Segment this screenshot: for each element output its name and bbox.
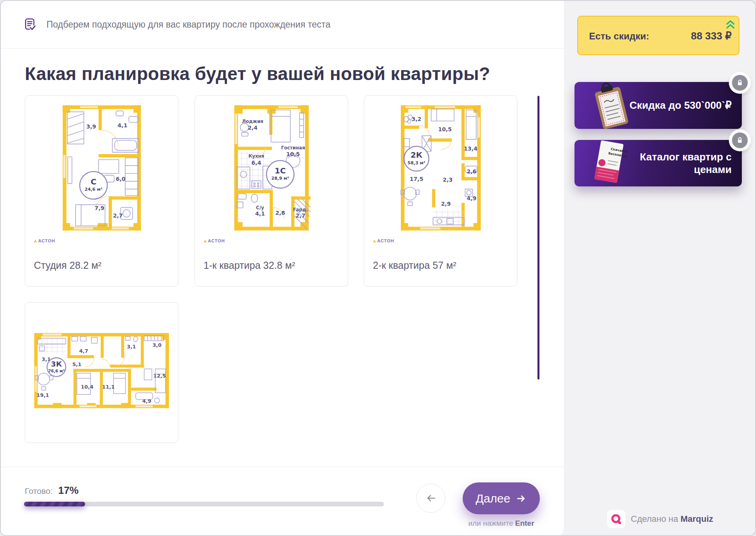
svg-text:2,6: 2,6 bbox=[467, 168, 476, 175]
svg-text:5,1: 5,1 bbox=[72, 361, 82, 367]
marquiz-logo-icon bbox=[607, 510, 625, 528]
developer-logo-aston: АСТОН bbox=[34, 238, 55, 243]
svg-text:1С: 1С bbox=[274, 166, 285, 175]
progress-label: Готово: bbox=[25, 486, 53, 496]
answer-label: 1-к квартира 32.8 м² bbox=[204, 260, 295, 271]
aston-mark-icon bbox=[34, 240, 37, 242]
made-on-prefix: Сделано на bbox=[631, 514, 678, 524]
svg-text:13,4: 13,4 bbox=[464, 145, 478, 152]
svg-text:4,1: 4,1 bbox=[117, 122, 127, 128]
catalog-art: Скачайте бесплатно bbox=[582, 138, 641, 188]
svg-text:4,1: 4,1 bbox=[255, 210, 265, 217]
svg-text:6,4: 6,4 bbox=[251, 160, 261, 166]
chevrons-up-icon bbox=[725, 20, 736, 31]
discount-label: Есть скидки: bbox=[589, 31, 649, 42]
svg-text:С: С bbox=[91, 177, 96, 186]
progress-line: Готово: 17% bbox=[25, 484, 79, 497]
enter-key-label: Enter bbox=[515, 519, 534, 527]
cards-scrollbar-thumb[interactable] bbox=[537, 96, 539, 380]
svg-text:2,3: 2,3 bbox=[443, 177, 452, 183]
floorplan-1k: Лоджия2,4 Гостиная10,5 Кухня6,4 С/у4,1 2… bbox=[199, 99, 344, 237]
svg-text:2,7: 2,7 bbox=[295, 212, 305, 219]
arrow-right-icon bbox=[516, 493, 527, 504]
svg-text:2К: 2К bbox=[410, 151, 422, 160]
answer-card-studio[interactable]: 3,9 4,1 6,0 7,9 2,7 С 24,6 м² АСТОН Студ… bbox=[25, 95, 178, 287]
quiz-header: Подберем подходящую для вас квартиру пос… bbox=[1, 1, 564, 48]
lock-icon bbox=[729, 129, 751, 151]
svg-text:С/у: С/у bbox=[256, 205, 264, 210]
svg-text:10,4: 10,4 bbox=[81, 383, 93, 389]
svg-text:Гард.: Гард. bbox=[293, 207, 308, 212]
svg-text:2,8: 2,8 bbox=[275, 210, 285, 216]
svg-text:58,3 м²: 58,3 м² bbox=[408, 160, 425, 166]
svg-text:3,0: 3,0 bbox=[152, 342, 161, 348]
progress-value: 17% bbox=[58, 484, 79, 497]
svg-text:3,9: 3,9 bbox=[86, 123, 96, 130]
svg-text:2,4: 2,4 bbox=[248, 125, 258, 131]
floorplan-studio: 3,9 4,1 6,0 7,9 2,7 С 24,6 м² bbox=[29, 99, 174, 237]
svg-text:3,2: 3,2 bbox=[411, 116, 421, 122]
svg-text:4,9: 4,9 bbox=[467, 195, 476, 201]
next-button-label: Далее bbox=[476, 492, 510, 505]
svg-text:17,5: 17,5 bbox=[410, 176, 423, 182]
svg-text:76,6 м²: 76,6 м² bbox=[48, 368, 65, 373]
bonus-banner-discount[interactable]: Скидка до 530`000`₽ bbox=[574, 82, 742, 129]
aston-mark-icon bbox=[204, 240, 207, 242]
made-on-brand: Marquiz bbox=[680, 514, 713, 524]
footer: Готово: 17% Далее или нажмитеEnter bbox=[1, 467, 564, 536]
svg-text:Кухня: Кухня bbox=[248, 153, 264, 159]
svg-text:12,5: 12,5 bbox=[153, 372, 166, 378]
lock-icon bbox=[729, 72, 751, 94]
svg-text:Лоджия: Лоджия bbox=[242, 119, 263, 124]
banner-title-line1: Каталог квартир с bbox=[640, 151, 732, 164]
progress-track bbox=[24, 502, 384, 506]
enter-hint: или нажмитеEnter bbox=[451, 519, 552, 528]
svg-text:11,1: 11,1 bbox=[102, 383, 115, 389]
floorplan-3k: 3,1 4,7 3,1 3,0 5,1 19,1 10,4 11,1 12,5 … bbox=[29, 329, 174, 412]
next-button[interactable]: Далее bbox=[463, 482, 540, 514]
developer-logo-aston: АСТОН bbox=[373, 238, 394, 243]
svg-text:Гостиная: Гостиная bbox=[281, 145, 305, 151]
question-title: Какая планировка будет у вашей новой ква… bbox=[25, 63, 490, 84]
quiz-page: Подберем подходящую для вас квартиру пос… bbox=[0, 0, 756, 536]
header-message: Подберем подходящую для вас квартиру пос… bbox=[46, 19, 330, 30]
arrow-left-icon bbox=[425, 492, 437, 504]
made-on-marquiz-link[interactable]: Сделано наMarquiz bbox=[607, 510, 713, 528]
svg-text:3,1: 3,1 bbox=[127, 344, 136, 350]
progress-fill bbox=[24, 502, 85, 506]
quiz-doc-icon bbox=[24, 18, 37, 31]
svg-text:2,9: 2,9 bbox=[441, 201, 450, 207]
svg-text:10,5: 10,5 bbox=[286, 151, 300, 157]
svg-text:4,9: 4,9 bbox=[142, 398, 151, 404]
developer-logo-aston: АСТОН bbox=[204, 238, 225, 243]
svg-text:4,7: 4,7 bbox=[79, 348, 88, 354]
answer-label: 2-к квартира 57 м² bbox=[373, 260, 456, 271]
aston-mark-icon bbox=[373, 240, 376, 242]
bonus-banner-catalog[interactable]: Скачайте бесплатно Каталог квартир с цен… bbox=[574, 140, 742, 186]
answer-card-3k[interactable]: 3,1 4,7 3,1 3,0 5,1 19,1 10,4 11,1 12,5 … bbox=[25, 302, 178, 443]
banner-title-line2: ценами bbox=[640, 163, 732, 176]
banner-title: Скидка до 530`000`₽ bbox=[630, 99, 732, 112]
discount-amount: 88 333 ₽ bbox=[691, 30, 732, 42]
svg-text:3К: 3К bbox=[51, 360, 62, 368]
svg-text:2,7: 2,7 bbox=[113, 212, 122, 219]
svg-text:28,9 м²: 28,9 м² bbox=[271, 176, 289, 181]
main-panel: Подберем подходящую для вас квартиру пос… bbox=[1, 1, 564, 536]
answer-card-1k[interactable]: Лоджия2,4 Гостиная10,5 Кухня6,4 С/у4,1 2… bbox=[195, 95, 348, 287]
svg-text:7,9: 7,9 bbox=[94, 205, 104, 211]
svg-text:6,0: 6,0 bbox=[115, 176, 125, 182]
svg-text:24,6 м²: 24,6 м² bbox=[84, 187, 102, 192]
answer-card-2k[interactable]: 3,2 10,5 13,4 17,5 2,3 2,6 4,9 2,9 2К 58… bbox=[364, 95, 517, 287]
floorplan-2k: 3,2 10,5 13,4 17,5 2,3 2,6 4,9 2,9 2К 58… bbox=[368, 99, 513, 237]
back-button[interactable] bbox=[416, 484, 445, 513]
svg-text:19,1: 19,1 bbox=[37, 392, 49, 398]
answer-label: Студия 28.2 м² bbox=[34, 260, 102, 271]
discount-counter[interactable]: Есть скидки: 88 333 ₽ bbox=[577, 16, 739, 55]
svg-text:10,5: 10,5 bbox=[438, 126, 452, 132]
